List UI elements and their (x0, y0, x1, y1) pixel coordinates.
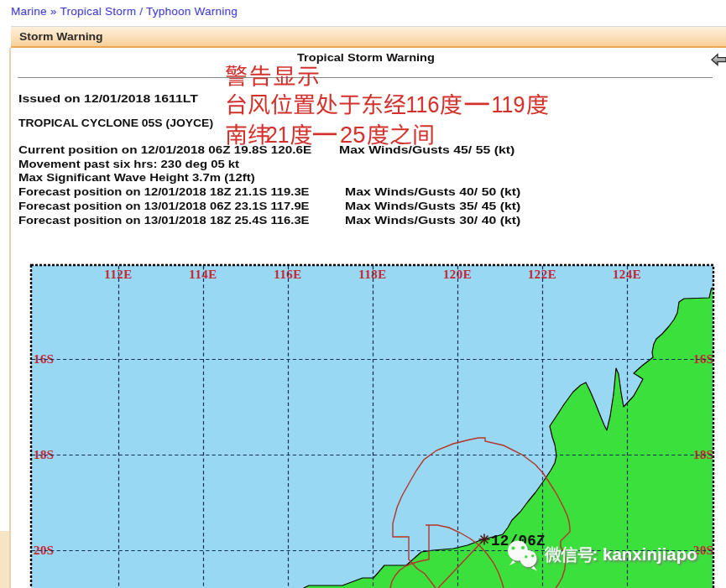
svg-text:21: 21 (266, 122, 290, 148)
svg-text:116: 116 (406, 92, 440, 117)
svg-text:119: 119 (492, 92, 525, 117)
svg-text:25: 25 (340, 122, 366, 148)
